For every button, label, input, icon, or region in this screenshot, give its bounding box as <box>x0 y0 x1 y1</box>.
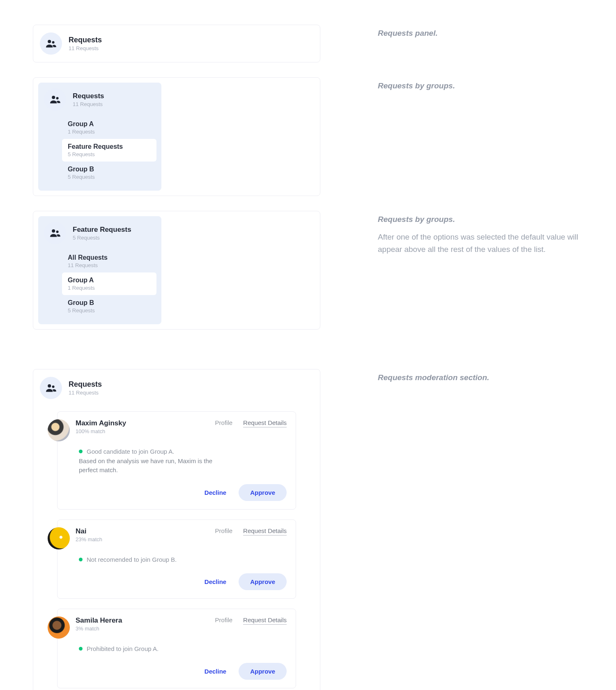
svg-point-6 <box>48 384 51 388</box>
profile-link[interactable]: Profile <box>215 616 233 623</box>
requests-panel-card: Requests 11 Requests <box>33 25 320 62</box>
request-summary: Not recomended to join Group B. <box>67 555 214 565</box>
approve-button[interactable]: Approve <box>239 484 287 501</box>
group-list: All Requests 11 Requests Group A 1 Reque… <box>43 247 156 318</box>
requests-group-panel: Requests 11 Requests Group A 1 Requests … <box>38 83 161 191</box>
caption-section-1: Requests panel. <box>378 25 583 45</box>
requests-group-panel: Feature Requests 5 Requests All Requests… <box>38 216 161 324</box>
requests-title: Requests <box>73 92 104 100</box>
request-name: Maxim Aginsky <box>76 419 126 427</box>
svg-point-0 <box>48 40 51 43</box>
request-summary: Prohibited to join Group A. <box>67 644 214 654</box>
status-dot-icon <box>79 558 83 561</box>
request-match: 3% match <box>76 625 122 632</box>
approve-button[interactable]: Approve <box>239 663 287 680</box>
group-item-sub: 5 Requests <box>68 307 151 314</box>
avatar[interactable] <box>48 527 70 549</box>
request-match: 23% match <box>76 536 102 542</box>
profile-link[interactable]: Profile <box>215 419 233 426</box>
group-item-sub: 1 Requests <box>68 285 151 291</box>
caption-section-2: Requests by groups. <box>378 77 583 97</box>
requests-title: Feature Requests <box>73 226 131 234</box>
requests-moderation-card: Requests 11 Requests Maxim Aginsky 100% … <box>33 369 320 690</box>
people-icon <box>40 377 62 399</box>
request-card: Nai 23% match Profile Request Details No… <box>57 519 296 599</box>
request-match: 100% match <box>76 428 126 434</box>
group-list: Group A 1 Requests Feature Requests 5 Re… <box>43 114 156 184</box>
group-item-sub: 1 Requests <box>68 129 151 135</box>
requests-subtitle: 5 Requests <box>73 235 131 241</box>
people-icon <box>40 32 62 55</box>
request-card: Samila Herera 3% match Profile Request D… <box>57 609 296 688</box>
status-dot-icon <box>79 647 83 651</box>
group-item-title: Group B <box>68 299 151 307</box>
requests-groups-selected-card: Feature Requests 5 Requests All Requests… <box>33 211 320 330</box>
request-details-link[interactable]: Request Details <box>243 419 287 427</box>
requests-subtitle: 11 Requests <box>69 390 102 396</box>
group-item-sub: 5 Requests <box>68 151 151 157</box>
group-item-group-a[interactable]: Group A 1 Requests <box>62 116 156 139</box>
request-name: Nai <box>76 527 102 535</box>
requests-subtitle: 11 Requests <box>73 101 104 107</box>
request-details-link[interactable]: Request Details <box>243 616 287 625</box>
caption-section-4: Requests moderation section. <box>378 369 583 389</box>
caption-section-3: Requests by groups. After one of the opt… <box>378 211 583 255</box>
svg-point-7 <box>52 385 55 388</box>
requests-header[interactable]: Requests 11 Requests <box>38 374 315 402</box>
profile-link[interactable]: Profile <box>215 527 233 534</box>
decline-button[interactable]: Decline <box>205 578 226 585</box>
status-dot-icon <box>79 450 83 453</box>
requests-header[interactable]: Requests 11 Requests <box>43 88 156 114</box>
approve-button[interactable]: Approve <box>239 573 287 590</box>
requests-title: Requests <box>69 380 102 389</box>
group-item-all-requests[interactable]: All Requests 11 Requests <box>62 250 156 272</box>
group-item-title: Feature Requests <box>68 143 151 150</box>
group-item-group-b[interactable]: Group B 5 Requests <box>62 162 156 184</box>
svg-point-4 <box>52 229 55 233</box>
decline-button[interactable]: Decline <box>205 668 226 675</box>
requests-groups-card: Requests 11 Requests Group A 1 Requests … <box>33 77 320 196</box>
group-item-sub: 11 Requests <box>68 262 151 268</box>
request-name: Samila Herera <box>76 616 122 625</box>
people-icon <box>44 222 66 244</box>
avatar[interactable] <box>48 419 70 441</box>
group-item-sub: 5 Requests <box>68 174 151 180</box>
requests-subtitle: 11 Requests <box>69 45 102 51</box>
group-item-title: Group A <box>68 120 151 128</box>
group-item-group-a[interactable]: Group A 1 Requests <box>62 272 156 295</box>
svg-point-2 <box>52 96 55 99</box>
request-summary: Good candidate to join Group A. Based on… <box>67 447 214 475</box>
group-item-title: Group B <box>68 166 151 173</box>
request-details-link[interactable]: Request Details <box>243 527 287 535</box>
group-item-feature-requests[interactable]: Feature Requests 5 Requests <box>62 139 156 162</box>
decline-button[interactable]: Decline <box>205 489 226 496</box>
requests-header[interactable]: Requests 11 Requests <box>38 30 315 57</box>
requests-header[interactable]: Feature Requests 5 Requests <box>43 221 156 247</box>
requests-title: Requests <box>69 36 102 44</box>
group-item-title: Group A <box>68 277 151 284</box>
svg-point-1 <box>52 41 55 44</box>
request-card: Maxim Aginsky 100% match Profile Request… <box>57 411 296 510</box>
avatar[interactable] <box>48 616 70 639</box>
group-item-group-b[interactable]: Group B 5 Requests <box>62 295 156 318</box>
group-item-title: All Requests <box>68 254 151 261</box>
people-icon <box>44 88 66 111</box>
svg-point-3 <box>56 97 59 99</box>
svg-point-5 <box>56 231 59 233</box>
moderation-list: Maxim Aginsky 100% match Profile Request… <box>38 402 315 690</box>
